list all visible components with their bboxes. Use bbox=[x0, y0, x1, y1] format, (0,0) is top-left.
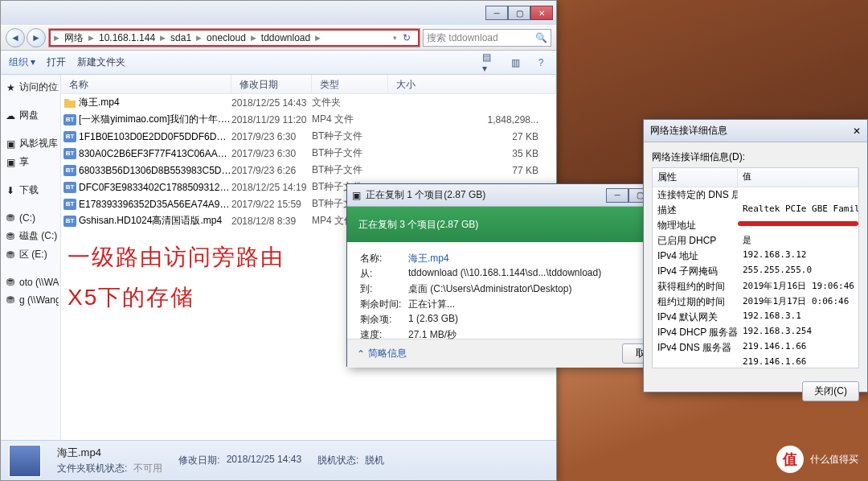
col-size[interactable]: 大小 bbox=[388, 75, 556, 93]
more-info-toggle[interactable]: ⌃简略信息 bbox=[357, 347, 407, 360]
preview-icon[interactable]: ▥ bbox=[508, 56, 522, 70]
breadcrumb-item[interactable]: onecloud bbox=[203, 32, 249, 43]
file-row[interactable]: BT68033B56D1306D8B553983C5D5D58...2017/9… bbox=[61, 162, 556, 179]
newfolder-button[interactable]: 新建文件夹 bbox=[77, 56, 125, 69]
sidebar-item[interactable]: ⛃(C:) bbox=[2, 209, 59, 227]
minimize-button[interactable]: ─ bbox=[606, 188, 628, 203]
network-row[interactable]: IPv4 WINS 服务器 bbox=[653, 368, 858, 368]
net-val: 219.146.1.66 bbox=[738, 340, 858, 356]
file-size: 77 KB bbox=[388, 165, 555, 176]
close-button[interactable]: 关闭(C) bbox=[802, 381, 859, 401]
file-name: 海王.mp4 bbox=[77, 96, 231, 109]
sidebar-item[interactable]: ⛃区 (E:) bbox=[2, 245, 59, 264]
file-date: 2018/12/8 8:39 bbox=[231, 216, 312, 227]
breadcrumb-item[interactable]: 网络 bbox=[61, 31, 87, 45]
network-row[interactable]: 租约过期的时间2019年1月17日 0:06:46 bbox=[653, 294, 858, 310]
copy-speed: 27.1 MB/秒 bbox=[408, 328, 665, 342]
file-date: 2018/11/29 11:20 bbox=[231, 114, 312, 125]
network-row[interactable]: 已启用 DHCP是 bbox=[653, 233, 858, 249]
copy-titlebar[interactable]: ▣正在复制 1 个项目(2.87 GB) ─ ▢ ✕ bbox=[347, 184, 678, 207]
sidebar-item[interactable]: ▣享 bbox=[2, 153, 59, 171]
copy-from: tddownload (\\10.168.1.144\sd...\tddownl… bbox=[408, 267, 665, 281]
breadcrumb-item[interactable]: 10.168.1.144 bbox=[96, 32, 158, 43]
back-button[interactable]: ◄ bbox=[6, 28, 25, 47]
copy-time: 正在计算... bbox=[408, 298, 665, 311]
breadcrumb[interactable]: ▶ 网络▶ 10.168.1.144▶ sda1▶ onecloud▶ tddo… bbox=[49, 29, 420, 47]
file-type: 文件夹 bbox=[312, 96, 388, 109]
cloud-icon: ☁ bbox=[4, 109, 17, 122]
refresh-icon[interactable]: ↻ bbox=[399, 32, 415, 43]
copy-name[interactable]: 海王.mp4 bbox=[408, 252, 665, 265]
col-date[interactable]: 修改日期 bbox=[231, 75, 312, 93]
col-value[interactable]: 值 bbox=[738, 168, 858, 187]
col-name[interactable]: 名称 bbox=[61, 75, 231, 93]
annotation-text: X5下的存储 bbox=[68, 282, 194, 313]
sidebar-item[interactable]: ⛃g (\\Wangta bbox=[2, 291, 59, 309]
network-row[interactable]: IPv4 DNS 服务器219.146.1.66 bbox=[653, 340, 858, 356]
breadcrumb-item[interactable]: sda1 bbox=[167, 32, 194, 43]
column-headers: 名称 修改日期 类型 大小 bbox=[61, 75, 556, 94]
explorer-titlebar[interactable]: ─ ▢ ✕ bbox=[1, 1, 556, 25]
bt-icon: BT bbox=[63, 131, 76, 142]
net-val: 2019年1月17日 0:06:46 bbox=[738, 294, 858, 310]
maximize-button[interactable]: ▢ bbox=[508, 6, 530, 20]
network-row[interactable]: 219.146.1.66 bbox=[653, 356, 858, 368]
file-name: 68033B56D1306D8B553983C5D5D58... bbox=[77, 165, 231, 176]
breadcrumb-item[interactable]: tddownload bbox=[258, 32, 313, 43]
dropdown-icon[interactable]: ▾ bbox=[393, 34, 397, 42]
file-name: 1F1B0E103D0E2DD0F5DDF6DE739EE... bbox=[77, 131, 231, 142]
net-prop: IPv4 WINS 服务器 bbox=[653, 368, 738, 368]
copy-title-icon: ▣ bbox=[352, 190, 361, 201]
status-bar: 海王.mp4 文件夹联机状态:不可用 修改日期:2018/12/25 14:43… bbox=[1, 440, 556, 480]
file-name: [一米猫yimimao.com]我们的十年.1080... bbox=[77, 113, 231, 126]
net-prop: 描述 bbox=[653, 203, 738, 218]
net-val bbox=[738, 187, 858, 203]
drive-icon: ⛃ bbox=[4, 230, 17, 243]
file-size: 1,848,298... bbox=[388, 114, 555, 125]
close-icon[interactable]: ✕ bbox=[853, 125, 861, 137]
net-prop: IPv4 默认网关 bbox=[653, 310, 738, 325]
sidebar-item[interactable]: ⬇下载 bbox=[2, 181, 59, 199]
col-type[interactable]: 类型 bbox=[312, 75, 388, 93]
bt-icon: BT bbox=[63, 148, 76, 159]
network-row[interactable]: 物理地址 bbox=[653, 218, 858, 233]
file-row[interactable]: 海王.mp42018/12/25 14:43文件夹 bbox=[61, 94, 556, 111]
network-row[interactable]: IPv4 子网掩码255.255.255.0 bbox=[653, 264, 858, 279]
network-row[interactable]: 描述Realtek PCIe GBE Family Contro bbox=[653, 203, 858, 218]
net-prop: 物理地址 bbox=[653, 218, 738, 233]
sidebar-item[interactable]: ☁网盘 bbox=[2, 106, 59, 125]
file-date: 2017/9/23 6:30 bbox=[231, 148, 312, 159]
file-size: 27 KB bbox=[388, 131, 555, 142]
bt-icon: BT bbox=[63, 216, 76, 227]
minimize-button[interactable]: ─ bbox=[485, 6, 508, 20]
view-icon[interactable]: ▤ ▾ bbox=[482, 56, 497, 70]
file-row[interactable]: BT1F1B0E103D0E2DD0F5DDF6DE739EE...2017/9… bbox=[61, 128, 556, 145]
net-val bbox=[738, 218, 858, 233]
net-val: 2019年1月16日 19:06:46 bbox=[738, 279, 858, 294]
watermark-badge-icon: 值 bbox=[776, 446, 804, 473]
sidebar-item[interactable]: ⛃oto (\\WAN( bbox=[2, 273, 59, 291]
net-prop: IPv4 子网掩码 bbox=[653, 264, 738, 279]
network-row[interactable]: IPv4 默认网关192.168.3.1 bbox=[653, 310, 858, 325]
open-button[interactable]: 打开 bbox=[47, 56, 66, 69]
search-input[interactable]: 搜索 tddownload 🔍 bbox=[423, 29, 551, 47]
sidebar-item[interactable]: ★访问的位置 bbox=[2, 78, 59, 97]
network-titlebar[interactable]: 网络连接详细信息 ✕ bbox=[644, 120, 867, 142]
folder-icon: ▣ bbox=[4, 156, 17, 169]
sidebar-item[interactable]: ▣风影视库 bbox=[2, 134, 59, 153]
forward-button[interactable]: ► bbox=[27, 28, 46, 47]
network-row[interactable]: IPv4 DHCP 服务器192.168.3.254 bbox=[653, 325, 858, 340]
file-date: 2017/9/23 6:26 bbox=[231, 165, 312, 176]
network-row[interactable]: IPv4 地址192.168.3.12 bbox=[653, 249, 858, 264]
network-row[interactable]: 获得租约的时间2019年1月16日 19:06:46 bbox=[653, 279, 858, 294]
close-button[interactable]: ✕ bbox=[530, 6, 553, 20]
network-drive-icon: ⛃ bbox=[4, 276, 17, 289]
file-row[interactable]: BT[一米猫yimimao.com]我们的十年.1080...2018/11/2… bbox=[61, 111, 556, 128]
net-val: 192.168.3.12 bbox=[738, 249, 858, 264]
help-icon[interactable]: ? bbox=[534, 56, 548, 70]
network-row[interactable]: 连接特定的 DNS 后缀 bbox=[653, 187, 858, 203]
sidebar-item[interactable]: ⛃磁盘 (C:) bbox=[2, 227, 59, 245]
file-row[interactable]: BT830A0C2B6EF3F77F413C06AAC3A7A8...2017/… bbox=[61, 145, 556, 162]
toolbar: 组织 ▾ 打开 新建文件夹 ▤ ▾ ▥ ? bbox=[1, 51, 556, 75]
col-property[interactable]: 属性 bbox=[653, 168, 738, 187]
